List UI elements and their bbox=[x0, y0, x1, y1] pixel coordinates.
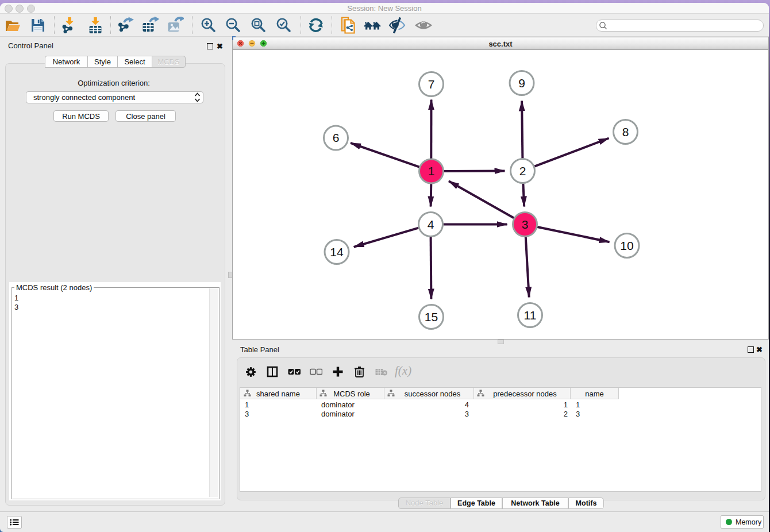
svg-text:2: 2 bbox=[519, 164, 526, 178]
svg-text:9: 9 bbox=[518, 76, 525, 90]
svg-text:8: 8 bbox=[622, 125, 629, 138]
svg-text:1: 1 bbox=[428, 164, 435, 178]
svg-text:7: 7 bbox=[428, 78, 435, 91]
svg-text:3: 3 bbox=[522, 218, 529, 231]
svg-text:4: 4 bbox=[428, 218, 434, 231]
svg-text:11: 11 bbox=[524, 309, 537, 322]
svg-text:6: 6 bbox=[333, 131, 340, 144]
svg-text:10: 10 bbox=[620, 239, 633, 252]
svg-text:14: 14 bbox=[330, 245, 344, 259]
svg-text:15: 15 bbox=[425, 310, 438, 323]
